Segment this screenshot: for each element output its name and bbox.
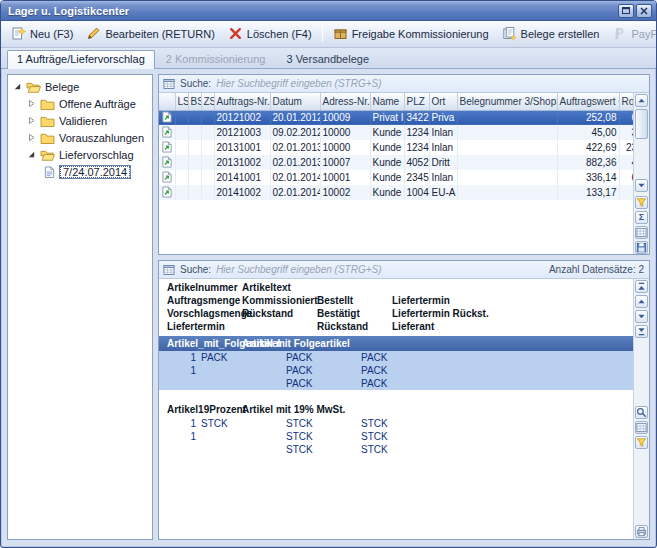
article-group-header[interactable]: Artikel_mit_FolgeartikelArtikel mit Folg… xyxy=(159,336,633,351)
expand-icon[interactable] xyxy=(27,133,36,142)
tree-node-liefervorschlag-datum[interactable]: 7/24.07.2014 xyxy=(8,163,152,180)
cell-belegnummer xyxy=(457,185,557,200)
paypal-button[interactable]: PayPal-Zahlung anfordern xyxy=(606,23,657,44)
close-button[interactable] xyxy=(636,4,652,18)
print-icon[interactable] xyxy=(635,525,648,538)
article-detail-line[interactable]: STCKSTCK xyxy=(159,443,633,456)
navigate-first-icon[interactable] xyxy=(635,280,648,293)
article-detail-cell xyxy=(201,377,286,390)
window-controls xyxy=(618,4,652,18)
article-detail-line[interactable]: 1STCKSTCKSTCK xyxy=(159,417,633,430)
tree-node-liefervorschlag[interactable]: Liefervorschlag xyxy=(8,146,152,163)
grid-view-icon[interactable] xyxy=(635,421,648,434)
collapse-icon[interactable] xyxy=(27,150,36,159)
cell-datum: 02.01.2014 xyxy=(270,170,320,185)
edit-icon xyxy=(86,26,101,41)
column-header-ls[interactable]: LS xyxy=(175,93,188,110)
new-icon xyxy=(11,26,26,41)
tree-node-validieren[interactable]: Validieren xyxy=(8,112,152,129)
navigate-last-icon[interactable] xyxy=(635,325,648,338)
navigate-down-icon[interactable] xyxy=(635,310,648,323)
navigate-up-icon[interactable] xyxy=(635,295,648,308)
column-header-ort[interactable]: Ort xyxy=(429,93,457,110)
export-icon[interactable] xyxy=(635,241,648,254)
column-header-zs[interactable]: ZS xyxy=(201,93,214,110)
article-detail-cell: PACK xyxy=(361,351,633,364)
article-detail-line[interactable]: 1PACKPACKPACK xyxy=(159,351,633,364)
article-detail-cell: STCK xyxy=(286,417,361,430)
cell-ls xyxy=(175,140,188,155)
column-header-adress-nr[interactable]: Adress-Nr. xyxy=(320,93,370,110)
titlebar[interactable]: Lager u. Logistikcenter xyxy=(1,1,656,21)
cell-zs xyxy=(201,155,214,170)
folder-icon xyxy=(40,98,55,110)
column-header-rohertrag[interactable]: Rohertrag xyxy=(619,93,633,110)
cell-plz: 1004 xyxy=(404,185,429,200)
column-header-datum[interactable]: Datum xyxy=(270,93,320,110)
column-header-bs[interactable]: BS xyxy=(188,93,201,110)
cell-ort: Inlan xyxy=(429,170,457,185)
scroll-up-button[interactable] xyxy=(635,94,648,107)
order-row[interactable]: 2014100202.01.201410002Kunde1004EU-A133,… xyxy=(159,185,633,200)
collapse-icon[interactable] xyxy=(13,82,22,91)
toolbar-separator xyxy=(322,25,323,42)
create-documents-button[interactable]: Belege erstellen xyxy=(496,23,606,44)
article-detail-cell: STCK xyxy=(361,443,633,456)
filter-icon[interactable] xyxy=(635,196,648,209)
commission-release-label: Freigabe Kommissionierung xyxy=(352,28,489,40)
cell-zs xyxy=(201,185,214,200)
tab-kommissionierung[interactable]: 2 Kommissionierung xyxy=(156,50,276,68)
cell-adress-nr: 10001 xyxy=(320,170,370,185)
column-header-plz[interactable]: PLZ xyxy=(404,93,429,110)
article-detail-cell: PACK xyxy=(361,364,633,377)
cell-auftrags-nr: 20121003 xyxy=(214,125,270,140)
tabstrip: 1 Aufträge/Liefervorschlag 2 Kommissioni… xyxy=(1,48,656,69)
tree-node-label: Validieren xyxy=(59,115,107,127)
article-group-header[interactable]: Artikel19ProzentArtikel mit 19% MwSt. xyxy=(159,402,633,417)
restore-button[interactable] xyxy=(618,4,634,18)
article-detail-line[interactable]: PACKPACK xyxy=(159,377,633,390)
cell-name: Kunde xyxy=(370,125,404,140)
tree-node-vorauszahlungen[interactable]: Vorauszahlungen xyxy=(8,129,152,146)
cell-auftragswert: 882,36 xyxy=(557,155,619,170)
column-header-auftrags-nr[interactable]: Auftrags-Nr. xyxy=(214,93,270,110)
tab-versandbelege[interactable]: 3 Versandbelege xyxy=(276,50,379,68)
new-button[interactable]: Neu (F3) xyxy=(5,23,79,44)
cell-datum: 20.01.2012 xyxy=(270,110,320,125)
sum-icon[interactable]: Σ xyxy=(635,211,648,224)
scroll-down-button[interactable] xyxy=(635,179,648,192)
cell-datum: 02.01.2013 xyxy=(270,140,320,155)
articles-column-header: Vorschlagsmenge xyxy=(167,307,242,320)
order-row[interactable]: 2012100220.01.201210009Privat I3422Priva… xyxy=(159,110,633,125)
filter-icon[interactable] xyxy=(635,436,648,449)
order-row[interactable]: 2013100102.01.201310000Kunde1234Inlan422… xyxy=(159,140,633,155)
tree-node-belege[interactable]: Belege xyxy=(8,78,152,95)
close-icon xyxy=(640,7,648,15)
content-area: Belege Offene Aufträge Validieren Voraus… xyxy=(1,69,656,547)
tab-auftraege-liefervorschlag[interactable]: 1 Aufträge/Liefervorschlag xyxy=(7,50,155,69)
edit-button[interactable]: Bearbeiten (RETURN) xyxy=(80,23,220,44)
order-row[interactable]: 2013100202.01.201310007Kunde4052Dritt882… xyxy=(159,155,633,170)
articles-search-input[interactable] xyxy=(216,264,544,275)
article-detail-cell xyxy=(201,443,286,456)
column-header-icon[interactable] xyxy=(159,93,175,110)
article-detail-line[interactable]: 1PACKPACK xyxy=(159,364,633,377)
orders-search-input[interactable] xyxy=(216,78,645,89)
column-grid-icon[interactable] xyxy=(635,226,648,239)
column-header-name[interactable]: Name xyxy=(370,93,404,110)
order-row[interactable]: 2012100309.02.201210000Kunde1234Inlan45,… xyxy=(159,125,633,140)
column-header-belegnummer[interactable]: Belegnummer 3/ShopID xyxy=(457,93,557,110)
scrollbar-thumb[interactable] xyxy=(635,109,648,139)
tree-node-offene-auftraege[interactable]: Offene Aufträge xyxy=(8,95,152,112)
column-header-auftragswert[interactable]: Auftragswert € xyxy=(557,93,619,110)
cell-zs xyxy=(201,140,214,155)
cell-belegnummer xyxy=(457,155,557,170)
commission-release-button[interactable]: Freigabe Kommissionierung xyxy=(327,23,495,44)
article-detail-cell xyxy=(201,364,286,377)
search-icon[interactable] xyxy=(635,406,648,419)
expand-icon[interactable] xyxy=(27,116,36,125)
expand-icon[interactable] xyxy=(27,99,36,108)
article-detail-line[interactable]: 1STCKSTCK xyxy=(159,430,633,443)
delete-button[interactable]: Löschen (F4) xyxy=(222,23,318,44)
order-row[interactable]: 2014100102.01.201410001Kunde2345Inlan336… xyxy=(159,170,633,185)
